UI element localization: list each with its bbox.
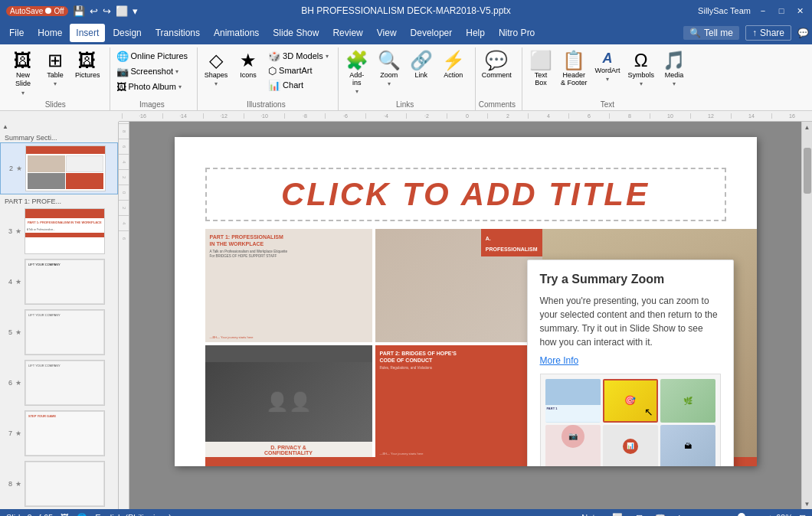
ribbon-text-items: ⬜ TextBox 📋 Header& Footer A WordArt ▾ Ω… <box>526 49 689 95</box>
table-button[interactable]: ⊞ Table ▾ <box>40 49 70 95</box>
redo-icon[interactable]: ↪ <box>103 5 111 17</box>
menu-developer[interactable]: Developer <box>404 24 459 42</box>
textbox-button[interactable]: ⬜ TextBox <box>526 49 556 95</box>
title-placeholder[interactable]: CLICK TO ADD TITLE <box>205 168 726 221</box>
scrollbar-vertical[interactable]: ▲ ▼ <box>801 122 812 509</box>
addins-button[interactable]: 🧩 Add-ins ▾ <box>342 49 372 95</box>
menu-review[interactable]: Review <box>326 24 368 42</box>
menu-file[interactable]: File <box>3 24 30 42</box>
symbols-button[interactable]: Ω Symbols ▾ <box>624 49 657 95</box>
slide-thumb-6[interactable]: 6 ★ LIFT YOUR COMPANY <box>0 358 118 408</box>
slide-thumb-3[interactable]: 3 ★ PART 1: PROFESSIONALISM IN THE WORKP… <box>0 206 118 256</box>
wordart-dropdown[interactable]: ▾ <box>606 76 609 83</box>
scroll-up-button[interactable]: ▲ <box>802 122 813 132</box>
table-icon: ⊞ <box>47 51 63 70</box>
illustrations-group-label: Illustrations <box>201 98 332 109</box>
chart-button[interactable]: 📊 Chart <box>265 78 332 92</box>
action-button[interactable]: ⚡ Action <box>438 49 469 95</box>
slide-star-3: ★ <box>15 227 21 235</box>
present-icon[interactable]: ⬜ <box>116 5 128 17</box>
slideshow-button[interactable]: ▶ <box>674 511 689 516</box>
ruler-mark: 16 <box>771 113 812 119</box>
ruler-mark: ·12 <box>203 113 244 119</box>
scroll-up-arrow[interactable]: ▲ <box>0 122 11 131</box>
slide-thumb-5[interactable]: 5 ★ LIFT YOUR COMPANY <box>0 307 118 358</box>
menu-insert[interactable]: Insert <box>70 24 105 42</box>
ruler-mark: 2 <box>487 113 528 119</box>
normal-view-button[interactable]: ⬜ <box>610 511 625 516</box>
tooltip-more-info-link[interactable]: More Info <box>540 355 721 366</box>
scroll-thumb[interactable] <box>804 148 811 194</box>
photo-album-button[interactable]: 🖼 Photo Album ▾ <box>113 80 185 93</box>
new-slide-dropdown[interactable]: ▾ <box>21 90 25 96</box>
addins-dropdown[interactable]: ▾ <box>355 88 359 95</box>
fit-window-button[interactable]: ⊡ <box>799 513 806 517</box>
symbols-dropdown[interactable]: ▾ <box>640 80 643 87</box>
3d-models-dropdown[interactable]: ▾ <box>326 53 329 60</box>
team-name: SillySac Team <box>698 6 751 15</box>
autosave-toggle[interactable] <box>45 8 51 14</box>
slide-thumb-4[interactable]: 4 ★ LIFT YOUR COMPANY <box>0 256 118 307</box>
photo-album-dropdown[interactable]: ▾ <box>178 83 182 90</box>
section-label-2: PART 1: PROFE... <box>0 194 118 206</box>
icons-button[interactable]: ★ Icons <box>233 49 264 95</box>
reading-view-button[interactable]: 📖 <box>653 511 668 516</box>
zoom-in-button[interactable]: + <box>768 513 773 516</box>
screenshot-dropdown[interactable]: ▾ <box>175 68 178 75</box>
minimize-button[interactable]: − <box>757 5 769 16</box>
zoom-dropdown[interactable]: ▾ <box>388 80 391 87</box>
zoom-out-button[interactable]: − <box>696 513 700 516</box>
slide-num-7: 7 <box>3 429 12 437</box>
slide-thumb-2[interactable]: 2 ★ <box>0 142 118 194</box>
slide-canvas[interactable]: CLICK TO ADD TITLE PART 1: PROFESSIONALI… <box>175 137 757 466</box>
notes-button[interactable]: Notes <box>581 513 604 516</box>
zoom-button[interactable]: 🔍 Zoom ▾ <box>374 49 404 95</box>
table-dropdown[interactable]: ▾ <box>54 80 57 87</box>
slide-star-5: ★ <box>15 328 21 336</box>
menu-nitro[interactable]: Nitro Pro <box>493 24 541 42</box>
zoom-level[interactable]: 62% <box>776 513 793 516</box>
save-icon[interactable]: 💾 <box>73 5 85 17</box>
3d-models-button[interactable]: 🎲 3D Models ▾ <box>265 49 332 63</box>
zoom-thumb[interactable] <box>738 513 745 516</box>
comments-icon[interactable]: 💬 <box>797 28 809 38</box>
menu-home[interactable]: Home <box>31 24 68 42</box>
scroll-down-button[interactable]: ▼ <box>802 498 813 509</box>
menu-view[interactable]: View <box>371 24 403 42</box>
slide-panel[interactable]: ▲ Summary Secti... 2 ★ PART 1: PROFE... … <box>0 122 119 509</box>
ribbon-group-slides: 🖼 NewSlide ▾ ⊞ Table ▾ 🖼 Pictures Slides <box>5 47 110 110</box>
wordart-button[interactable]: A WordArt ▾ <box>592 49 624 95</box>
ruler-mark: 10 <box>650 113 690 119</box>
media-dropdown[interactable]: ▾ <box>673 80 676 87</box>
share-button[interactable]: ↑ Share <box>745 25 791 41</box>
new-slide-button[interactable]: 🖼 NewSlide ▾ <box>8 49 38 95</box>
comment-button[interactable]: 💬 Comment <box>479 49 515 95</box>
smartart-button[interactable]: ⬡ SmartArt <box>265 64 332 77</box>
online-pictures-button[interactable]: 🌐 Online Pictures <box>113 49 192 63</box>
menu-slideshow[interactable]: Slide Show <box>267 24 325 42</box>
undo-icon[interactable]: ↩ <box>90 5 98 17</box>
maximize-button[interactable]: □ <box>775 5 787 16</box>
menu-design[interactable]: Design <box>106 24 147 42</box>
slide-thumb-8[interactable]: 8 ★ <box>0 459 118 509</box>
screenshot-button[interactable]: 📷 Screenshot ▾ <box>113 64 182 78</box>
link-button[interactable]: 🔗 Link <box>406 49 437 95</box>
shapes-button[interactable]: ◇ Shapes ▾ <box>201 49 231 95</box>
ribbon-images-items: 🌐 Online Pictures 📷 Screenshot ▾ 🖼 Photo… <box>113 49 192 95</box>
pictures-button[interactable]: 🖼 Pictures <box>72 49 103 95</box>
slide-thumb-7[interactable]: 7 ★ STEP YOUR GAME <box>0 408 118 459</box>
media-button[interactable]: 🎵 Media ▾ <box>659 49 689 95</box>
tooltip-body: When you're presenting, you can zoom to … <box>540 294 721 349</box>
close-button[interactable]: ✕ <box>794 5 806 16</box>
slide-sorter-button[interactable]: ⊞ <box>631 511 647 516</box>
menu-transitions[interactable]: Transitions <box>149 24 206 42</box>
autosave-badge[interactable]: AutoSave Off <box>6 6 68 16</box>
customize-icon[interactable]: ▾ <box>133 5 138 17</box>
shapes-dropdown[interactable]: ▾ <box>214 80 218 87</box>
pictures-icon: 🖼 <box>78 51 97 70</box>
menu-animations[interactable]: Animations <box>208 24 265 42</box>
tell-me-input[interactable]: 🔍 Tell me <box>683 26 739 40</box>
menu-help[interactable]: Help <box>460 24 491 42</box>
header-footer-button[interactable]: 📋 Header& Footer <box>558 49 591 95</box>
preview-cell-4: 📷 <box>545 425 601 467</box>
